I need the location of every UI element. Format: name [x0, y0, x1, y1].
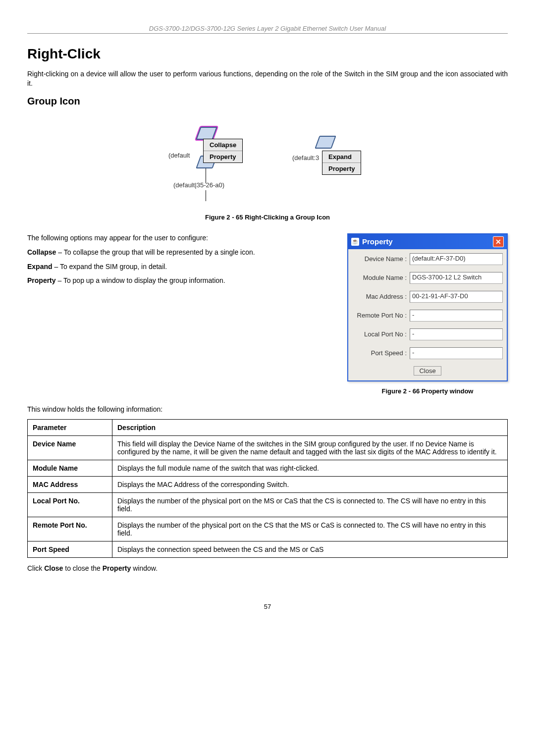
- close-button-row: Close: [352, 366, 503, 376]
- table-intro: This window holds the following informat…: [27, 405, 508, 414]
- page-number: 57: [27, 603, 508, 610]
- property-figure-column: ☕ Property ✕ Device Name : (default:AF-3…: [347, 233, 508, 405]
- context-menu[interactable]: Collapse Property: [203, 139, 243, 163]
- field-value[interactable]: (default:AF-37-D0): [410, 253, 503, 265]
- field-label: Remote Port No :: [352, 312, 410, 319]
- field-label: Module Name :: [352, 274, 410, 281]
- two-column-section: The following options may appear for the…: [27, 233, 508, 405]
- table-row: Module Name Displays the full module nam…: [28, 460, 508, 476]
- window-titlebar: ☕ Property ✕: [348, 234, 507, 249]
- param-cell: Device Name: [28, 435, 112, 460]
- option-property: Property – To pop up a window to display…: [27, 276, 335, 285]
- table-row: Port Speed Displays the connection speed…: [28, 541, 508, 557]
- table-row: Remote Port No. Displays the number of t…: [28, 517, 508, 541]
- field-value[interactable]: 00-21-91-AF-37-D0: [410, 291, 503, 303]
- manual-header: DGS-3700-12/DGS-3700-12G Series Layer 2 …: [27, 25, 508, 34]
- connector-line: [206, 190, 206, 201]
- prop-row: Mac Address : 00-21-91-AF-37-D0: [352, 291, 503, 303]
- table-row: Device Name This field will display the …: [28, 435, 508, 460]
- option-collapse: Collapse – To collapse the group that wi…: [27, 248, 335, 257]
- property-window: ☕ Property ✕ Device Name : (default:AF-3…: [347, 233, 508, 381]
- figure-row: (default Collapse Property (default|35-2…: [27, 127, 508, 206]
- desc-cell: Displays the full module name of the swi…: [112, 460, 508, 476]
- table-header-row: Parameter Description: [28, 419, 508, 435]
- page-title: Right-Click: [27, 46, 508, 62]
- device-icon: [315, 136, 336, 149]
- desc-cell: This field will display the Device Name …: [112, 435, 508, 460]
- field-label: Port Speed :: [352, 349, 410, 357]
- context-menu[interactable]: Expand Property: [322, 151, 361, 175]
- fig-right: (default:3 Expand Property: [292, 127, 367, 181]
- window-body: Device Name : (default:AF-37-D0) Module …: [348, 249, 507, 380]
- menu-item-expand[interactable]: Expand: [322, 151, 361, 163]
- options-column: The following options may appear for the…: [27, 233, 335, 291]
- desc-cell: Displays the connection speed between th…: [112, 541, 508, 557]
- device-icon: [196, 127, 217, 140]
- prop-row: Device Name : (default:AF-37-D0): [352, 253, 503, 265]
- menu-item-property[interactable]: Property: [204, 151, 242, 162]
- th-description: Description: [112, 419, 508, 435]
- node-label: (default|35-26-a0): [173, 181, 224, 189]
- coffee-icon: ☕: [351, 238, 359, 246]
- menu-item-property[interactable]: Property: [322, 163, 361, 174]
- figure-caption: Figure 2 - 65 Right-Clicking a Group Ico…: [27, 214, 508, 221]
- field-value[interactable]: -: [410, 328, 503, 340]
- prop-row: Module Name : DGS-3700-12 L2 Switch: [352, 272, 503, 284]
- node-label: (default:3: [292, 154, 319, 162]
- figure-caption: Figure 2 - 66 Property window: [347, 387, 508, 395]
- close-button[interactable]: Close: [414, 366, 441, 376]
- th-parameter: Parameter: [28, 419, 112, 435]
- section-heading: Group Icon: [27, 96, 508, 107]
- prop-row: Local Port No : -: [352, 328, 503, 340]
- fig-left: (default Collapse Property (default|35-2…: [168, 127, 253, 206]
- param-cell: MAC Address: [28, 476, 112, 492]
- prop-row: Port Speed : -: [352, 347, 503, 359]
- param-cell: Module Name: [28, 460, 112, 476]
- desc-cell: Displays the MAC Address of the correspo…: [112, 476, 508, 492]
- parameter-table: Parameter Description Device Name This f…: [27, 419, 508, 558]
- field-value[interactable]: -: [410, 310, 503, 322]
- node-label: (default: [168, 152, 190, 159]
- intro-paragraph: Right-clicking on a device will allow th…: [27, 69, 508, 88]
- desc-cell: Displays the number of the physical port…: [112, 517, 508, 541]
- desc-cell: Displays the number of the physical port…: [112, 492, 508, 517]
- param-cell: Local Port No.: [28, 492, 112, 517]
- table-row: MAC Address Displays the MAC Address of …: [28, 476, 508, 492]
- close-icon[interactable]: ✕: [493, 236, 504, 247]
- field-value[interactable]: DGS-3700-12 L2 Switch: [410, 272, 503, 284]
- field-value[interactable]: -: [410, 347, 503, 359]
- field-label: Device Name :: [352, 255, 410, 263]
- field-label: Local Port No :: [352, 330, 410, 338]
- options-intro: The following options may appear for the…: [27, 233, 335, 243]
- field-label: Mac Address :: [352, 293, 410, 300]
- window-title: Property: [362, 237, 393, 246]
- prop-row: Remote Port No : -: [352, 310, 503, 322]
- param-cell: Port Speed: [28, 541, 112, 557]
- option-expand: Expand – To expand the SIM group, in det…: [27, 262, 335, 271]
- closing-sentence: Click Close to close the Property window…: [27, 564, 508, 573]
- menu-item-collapse[interactable]: Collapse: [204, 139, 242, 151]
- table-row: Local Port No. Displays the number of th…: [28, 492, 508, 517]
- param-cell: Remote Port No.: [28, 517, 112, 541]
